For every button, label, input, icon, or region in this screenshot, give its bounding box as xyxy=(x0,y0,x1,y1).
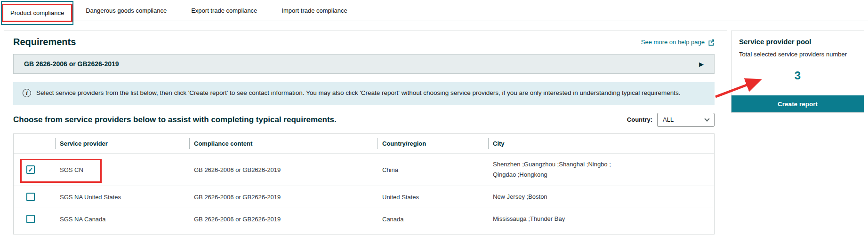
header-city: City xyxy=(488,134,714,153)
tab-import-trade-compliance[interactable]: Import trade compliance xyxy=(269,0,359,21)
table-row-sgs-cn: ✓ SGS CN GB 2626-2006 or GB2626-2019 Chi… xyxy=(14,153,714,186)
table-header-row: Service provider Compliance content Coun… xyxy=(14,134,714,153)
annotation-box-selected-tab: Product compliance xyxy=(2,4,72,22)
tab-label: Export trade compliance xyxy=(191,7,257,14)
cell-compliance-content: GB 2626-2006 or GB2626-2019 xyxy=(189,210,378,228)
row-checkbox[interactable] xyxy=(26,215,35,223)
tab-product-compliance[interactable]: Product compliance xyxy=(1,1,73,25)
service-provider-table: Service provider Compliance content Coun… xyxy=(13,133,715,234)
pool-subtitle: Total selected service providers number xyxy=(739,51,856,58)
table-row-cutoff xyxy=(14,230,714,234)
cell-city: Mississauga ;Thunder Bay xyxy=(493,214,611,224)
country-filter-label: Country: xyxy=(627,116,652,123)
expand-arrow-icon: ▶ xyxy=(699,61,704,67)
country-select[interactable]: ALL xyxy=(657,113,715,127)
chevron-down-icon xyxy=(704,116,709,121)
compliance-tab-bar: Product compliance Dangerous goods compl… xyxy=(0,0,868,21)
cell-country-region: Canada xyxy=(378,210,488,228)
header-compliance-content: Compliance content xyxy=(189,134,378,153)
header-country-region: Country/region xyxy=(378,134,488,153)
requirement-accordion[interactable]: GB 2626-2006 or GB2626-2019 ▶ xyxy=(13,54,715,74)
cell-compliance-content: GB 2626-2006 or GB2626-2019 xyxy=(189,188,378,206)
row-checkbox[interactable] xyxy=(26,193,35,201)
pool-title: Service provider pool xyxy=(739,38,856,46)
tab-label: Product compliance xyxy=(10,9,64,16)
header-checkbox-column xyxy=(14,137,55,149)
section-title: Choose from service providers below to a… xyxy=(13,115,337,125)
cell-country-region: China xyxy=(378,161,488,179)
help-link-label: See more on help page xyxy=(641,39,705,46)
country-filter: Country: ALL xyxy=(627,113,715,127)
cell-service-provider: SGS NA United States xyxy=(55,188,189,206)
header-service-provider: Service provider xyxy=(55,134,189,153)
cell-city: New Jersey ;Boston xyxy=(493,192,611,202)
country-select-value: ALL xyxy=(663,116,674,123)
info-banner: i Select service providers from the list… xyxy=(13,82,715,105)
cell-city: Shenzhen ;Guangzhou ;Shanghai ;Ningbo ;Q… xyxy=(493,159,611,180)
create-report-button[interactable]: Create report xyxy=(731,95,864,112)
help-page-link[interactable]: See more on help page xyxy=(641,39,715,46)
info-banner-text: Select service providers from the list b… xyxy=(36,88,680,98)
table-row-sgs-na-canada: SGS NA Canada GB 2626-2006 or GB2626-201… xyxy=(14,208,714,230)
cell-compliance-content: GB 2626-2006 or GB2626-2019 xyxy=(189,161,378,179)
cell-service-provider: SGS CN xyxy=(55,161,189,179)
row-checkbox[interactable]: ✓ xyxy=(26,165,35,174)
table-row-sgs-na-us: SGS NA United States GB 2626-2006 or GB2… xyxy=(14,186,714,208)
tab-export-trade-compliance[interactable]: Export trade compliance xyxy=(179,0,269,21)
page-title: Requirements xyxy=(13,37,76,47)
content-area: Requirements See more on help page GB 26… xyxy=(0,21,868,242)
cell-country-region: United States xyxy=(378,188,488,206)
requirement-accordion-label: GB 2626-2006 or GB2626-2019 xyxy=(24,60,119,68)
cell-service-provider: SGS NA Canada xyxy=(55,210,189,228)
selected-count: 3 xyxy=(739,69,856,82)
tab-label: Import trade compliance xyxy=(281,7,347,14)
tab-label: Dangerous goods compliance xyxy=(86,7,167,14)
external-link-icon xyxy=(708,39,715,46)
tab-dangerous-goods-compliance[interactable]: Dangerous goods compliance xyxy=(73,0,179,21)
requirements-panel: Requirements See more on help page GB 26… xyxy=(4,31,727,242)
info-icon: i xyxy=(23,89,31,97)
service-provider-pool-card: Service provider pool Total selected ser… xyxy=(731,31,864,113)
